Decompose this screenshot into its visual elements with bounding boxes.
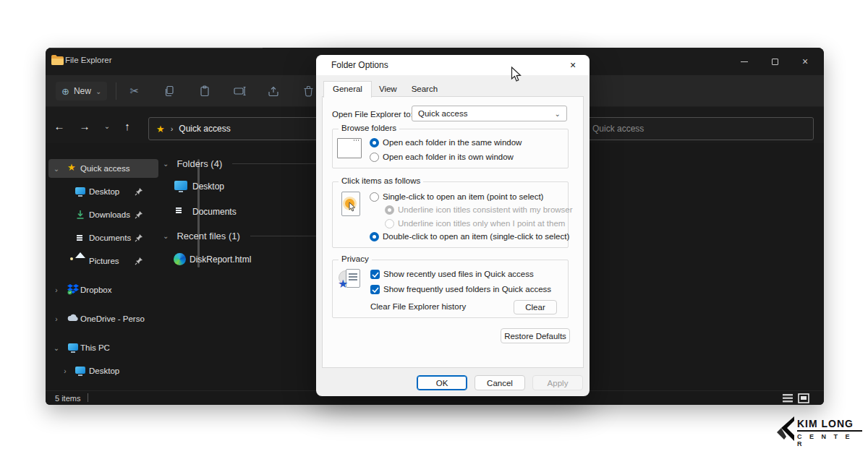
minimize-icon [741,61,748,62]
window-title: File Explorer [65,56,112,64]
desktop-icon [75,365,86,377]
chevron-right-icon: › [60,367,70,375]
clear-history-label: Clear File Explorer history [370,302,466,311]
radio-own-window-label: Open each folder in its own window [383,153,514,161]
radio-double-click-label: Double-click to open an item (single-cli… [383,232,569,241]
back-button[interactable]: ← [50,116,69,135]
sidebar-item-dropbox[interactable]: › Dropbox [48,280,158,299]
radio-underline-consistent[interactable] [385,205,394,215]
chevron-down-icon: ⌄ [163,160,169,168]
documents-icon [174,205,188,219]
logo-chevron-icon [777,416,796,445]
new-button[interactable]: ⊕ New ⌄ [56,82,107,100]
rename-icon [234,85,246,97]
cancel-button[interactable]: Cancel [475,375,525,390]
radio-own-window[interactable] [370,153,379,162]
mouse-cursor [511,67,522,82]
up-icon: ↑ [124,120,130,132]
sidebar-item-label: Pictures [89,257,119,265]
kim-long-center-logo: KIM LONG C E N T E R [777,415,862,448]
search-placeholder-text: Quick access [592,124,644,134]
browse-folders-title: Browse folders [339,124,399,132]
chevron-right-icon: › [51,286,61,294]
radio-underline-point[interactable] [385,219,394,228]
rename-button[interactable] [231,82,248,100]
sidebar-item-downloads[interactable]: Downloads [48,205,158,224]
sidebar-item-label: OneDrive - Perso [80,314,145,323]
back-icon: ← [54,120,65,132]
items-count: 5 items [55,394,80,403]
details-view-button[interactable] [782,393,793,403]
sidebar-item-quick-access[interactable]: ⌄ ★ Quick access [48,159,158,178]
trash-icon [303,85,314,97]
folder-icon [51,55,64,65]
checkbox-recent-files-label: Show recently used files in Quick access [383,270,534,278]
check-icon [372,287,379,293]
documents-icon [75,232,86,244]
restore-defaults-button[interactable]: Restore Defaults [501,328,570,343]
minimize-button[interactable] [730,52,759,71]
quick-access-star-icon: ★ [156,124,165,134]
sidebar-item-pictures[interactable]: Pictures [48,252,158,270]
chevron-right-icon: › [51,315,61,323]
click-items-title: Click items as follows [339,176,423,185]
tab-search[interactable]: Search [404,82,445,95]
sidebar-item-desktop[interactable]: Desktop [48,182,158,201]
privacy-star-icon: ★ [338,278,348,290]
check-icon [372,272,379,278]
desktop-canvas: File Explorer × ⊕ New ⌄ ✂ [0,0,868,454]
open-to-dropdown[interactable]: Quick access ⌄ [412,106,567,121]
clear-button[interactable]: Clear [514,300,557,314]
copy-button[interactable] [161,82,178,100]
up-button[interactable]: ↑ [118,116,137,135]
apply-button[interactable]: Apply [532,375,583,390]
paste-button[interactable] [196,82,213,100]
mini-cursor-icon [349,202,356,212]
privacy-documents-icon: ★ [339,269,365,294]
close-button[interactable]: × [791,52,820,71]
recent-file-diskreport[interactable]: DiskReport.html [163,252,322,267]
sidebar-item-label: Dropbox [80,286,111,294]
checkbox-frequent-folders[interactable] [370,285,380,294]
sidebar-item-this-pc[interactable]: ⌄ This PC [48,338,158,357]
folder-item-desktop[interactable]: Desktop [163,179,307,194]
open-to-value: Quick access [418,109,467,118]
maximize-button[interactable] [760,52,789,71]
delete-button[interactable] [299,82,317,100]
cut-button[interactable]: ✂ [126,82,143,100]
privacy-group: Privacy ★ Show recently used files in Qu… [332,260,569,318]
dialog-tabs: GeneralViewSearch [323,81,445,97]
sidebar-item-label: Desktop [89,367,119,375]
paste-icon [199,85,210,97]
share-button[interactable] [265,82,282,100]
checkbox-recent-files[interactable] [370,270,380,279]
ok-button[interactable]: OK [417,375,467,390]
chevron-down-icon: ⌄ [163,232,169,240]
radio-single-click-label: Single-click to open an item (point to s… [383,192,543,201]
pin-icon [135,257,143,265]
breadcrumb-separator-icon: › [171,124,174,133]
pin-icon [135,187,143,196]
sidebar-item-this-pc-desktop[interactable]: › Desktop [48,361,158,380]
radio-same-window[interactable] [370,138,379,147]
chevron-down-icon: ⌄ [555,110,561,118]
chevron-down-icon: ⌄ [51,165,61,173]
radio-double-click[interactable] [370,232,379,241]
copy-icon [163,85,175,97]
chevron-down-icon: ⌄ [51,344,61,352]
thumbnail-view-button[interactable] [798,393,809,403]
dialog-close-button[interactable]: × [565,58,581,72]
forward-button[interactable]: → [75,116,94,135]
recent-locations-button[interactable]: ⌄ [98,116,116,135]
plus-circle-icon: ⊕ [61,86,69,97]
sidebar-item-onedrive[interactable]: › OneDrive - Perso [48,309,158,328]
folder-options-dialog: Folder Options × GeneralViewSearch Open … [316,55,590,396]
folders-header-label: Folders (4) [176,158,222,169]
tab-general[interactable]: General [323,81,372,98]
radio-single-click[interactable] [370,192,379,202]
folder-item-documents[interactable]: Documents [163,204,307,220]
sidebar-item-documents[interactable]: Documents [48,228,158,247]
folder-item-label: Desktop [192,181,224,192]
tab-view[interactable]: View [372,82,404,95]
dropbox-icon [67,284,79,296]
